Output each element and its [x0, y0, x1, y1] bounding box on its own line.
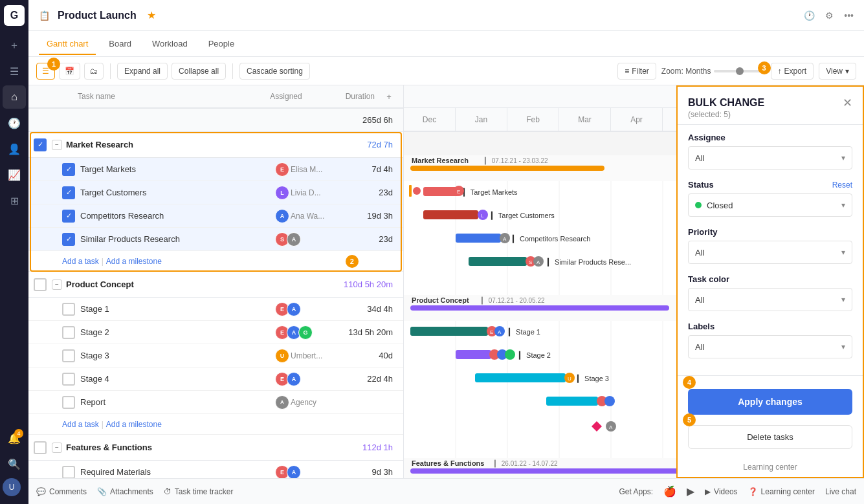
learning-center-item[interactable]: ❓ Learning center — [748, 487, 815, 496]
svg-text:▎ Stage 2: ▎ Stage 2 — [518, 351, 551, 360]
videos-item[interactable]: ▶ Videos — [705, 487, 737, 496]
cascade-sorting-btn[interactable]: Cascade sorting — [239, 63, 310, 80]
group-features-functions[interactable]: − Features & Functions 112d 1h — [28, 435, 403, 461]
svg-text:A: A — [498, 329, 502, 335]
avatar-s4b: A — [287, 372, 301, 386]
task-row-stage1[interactable]: Stage 1 E A 34d 4h — [28, 298, 403, 321]
export-btn[interactable]: ↑ Export — [771, 63, 814, 80]
task-row-required-materials[interactable]: Required Materials E A 9d 3h — [28, 461, 403, 478]
videos-label: Videos — [714, 487, 737, 496]
task-row-similar-products[interactable]: ✓ Similar Products Research S A 23d — [28, 228, 403, 251]
status-dot-icon — [695, 202, 702, 208]
task-row-stage3[interactable]: Stage 3 U Umbert... 40d — [28, 344, 403, 367]
more-icon[interactable]: ••• — [844, 10, 854, 21]
tab-people[interactable]: People — [201, 34, 242, 55]
delete-tasks-btn[interactable]: Delete tasks — [688, 425, 852, 449]
add-column-btn[interactable]: + — [380, 92, 398, 102]
settings-icon[interactable]: ⚙ — [825, 10, 834, 21]
filter-btn[interactable]: ≡ Filter — [617, 63, 656, 80]
task-row-competitors[interactable]: ✓ Competitors Research A Ana Wa... 19d 3… — [28, 204, 403, 228]
add-task-product-concept[interactable]: Add a task — [62, 420, 99, 429]
android-icon[interactable]: ▶ — [687, 485, 694, 498]
task-checkbox-stage2[interactable] — [62, 326, 75, 339]
view-mode-hierarchy-btn[interactable]: 🗂 — [84, 63, 104, 80]
svg-text:▎ 07.12.21 - 23.03.22: ▎ 07.12.21 - 23.03.22 — [484, 157, 548, 165]
bulk-task-color-select[interactable]: All ▾ — [688, 288, 852, 311]
apple-icon[interactable]: 🍎 — [663, 485, 676, 498]
add-milestone-market-research[interactable]: Add a milestone — [106, 257, 162, 266]
collapse-all-btn[interactable]: Collapse all — [172, 63, 226, 80]
sidebar-notification-icon[interactable]: 🔔 4 — [3, 426, 26, 450]
group-market-research[interactable]: ✓ − Market Research 72d 7h — [28, 132, 403, 158]
group-checkbox-market-research[interactable]: ✓ — [34, 138, 47, 151]
view-mode-timeline-btn[interactable]: 📅 — [59, 63, 80, 80]
task-checkbox-stage1[interactable] — [62, 303, 75, 316]
sidebar-menu-icon[interactable]: ☰ — [3, 60, 26, 83]
tab-workload[interactable]: Workload — [144, 34, 195, 55]
sidebar-search-icon[interactable]: 🔍 — [3, 452, 26, 476]
task-checkbox-target-customers[interactable]: ✓ — [62, 186, 75, 199]
attachments-icon: 📎 — [97, 487, 107, 496]
toolbar: ☰ 1 📅 🗂 Expand all Collapse all Cascade … — [28, 57, 864, 85]
task-time-item[interactable]: ⏱ Task time tracker — [164, 487, 234, 496]
sidebar-people-icon[interactable]: 👤 — [3, 137, 26, 160]
expand-all-btn[interactable]: Expand all — [117, 63, 168, 80]
star-icon[interactable]: ★ — [147, 9, 156, 21]
bulk-reset-btn[interactable]: Reset — [832, 181, 852, 190]
task-name-req-materials: Required Materials — [80, 467, 275, 477]
app-logo[interactable]: G — [4, 5, 25, 26]
svg-rect-22 — [456, 234, 501, 243]
attachments-item[interactable]: 📎 Attachments — [97, 487, 153, 496]
task-row-stage4[interactable]: Stage 4 E A 22d 4h — [28, 367, 403, 391]
task-checkbox-stage4[interactable] — [62, 373, 75, 386]
group-product-concept[interactable]: − Product Concept 110d 5h 20m — [28, 272, 403, 298]
sidebar-chart-icon[interactable]: 📈 — [3, 163, 26, 186]
tab-gantt-chart[interactable]: Gantt chart — [39, 34, 96, 55]
bulk-field-labels: Labels All ▾ — [688, 322, 852, 358]
sidebar-clock-icon[interactable]: 🕐 — [3, 111, 26, 135]
sidebar-home-icon[interactable]: ⌂ — [3, 85, 26, 109]
group-duration-market-research: 72d 7h — [333, 140, 398, 149]
task-row-stage2[interactable]: Stage 2 E A G 13d 5h 20m — [28, 321, 403, 344]
task-checkbox-report[interactable] — [62, 396, 75, 409]
avatar-rm2: A — [287, 465, 301, 479]
sidebar-add-icon[interactable]: ＋ — [3, 34, 26, 57]
svg-text:▎ Stage 1: ▎ Stage 1 — [508, 327, 540, 336]
add-row-product-concept: Add a task | Add a milestone — [28, 414, 403, 435]
task-row-target-markets[interactable]: ✓ Target Markets E Elisa M... 7d 4h — [28, 158, 403, 181]
comments-item[interactable]: 💬 Comments — [36, 487, 87, 496]
task-row-target-customers[interactable]: ✓ Target Customers L Livia D... 23d — [28, 181, 403, 204]
bulk-close-btn[interactable]: ✕ — [843, 97, 852, 109]
group-checkbox-product-concept[interactable] — [34, 278, 47, 291]
add-task-market-research[interactable]: Add a task — [62, 257, 99, 266]
col-duration: Duration — [315, 92, 380, 101]
sidebar-grid-icon[interactable]: ⊞ — [3, 189, 26, 212]
tab-board[interactable]: Board — [101, 34, 139, 55]
view-btn[interactable]: View ▾ — [819, 63, 856, 80]
svg-point-13 — [413, 187, 421, 195]
task-checkbox-target-markets[interactable]: ✓ — [62, 163, 75, 176]
svg-text:▎ Stage 3: ▎ Stage 3 — [577, 374, 609, 383]
apply-changes-btn[interactable]: Apply changes — [688, 389, 852, 415]
task-checkbox-competitors[interactable]: ✓ — [62, 210, 75, 223]
bulk-status-select[interactable]: Closed ▾ — [688, 193, 852, 217]
task-checkbox-stage3[interactable] — [62, 349, 75, 362]
task-checkbox-req-materials[interactable] — [62, 466, 75, 479]
group-checkbox-features[interactable] — [34, 441, 47, 454]
add-milestone-product-concept[interactable]: Add a milestone — [106, 420, 162, 429]
navigation-tabs: Gantt chart Board Workload People — [28, 31, 864, 57]
svg-text:▎ Similar Products Rese...: ▎ Similar Products Rese... — [547, 257, 631, 267]
task-row-report[interactable]: Report A Agency — [28, 391, 403, 414]
group-expand-features[interactable]: − — [52, 443, 62, 453]
learning-center-link[interactable]: Learning center — [743, 463, 797, 472]
bulk-labels-select[interactable]: All ▾ — [688, 335, 852, 358]
bulk-labels-label: Labels — [688, 322, 852, 331]
bulk-priority-select[interactable]: All ▾ — [688, 241, 852, 264]
history-icon[interactable]: 🕐 — [804, 10, 815, 21]
live-chat-item[interactable]: Live chat — [825, 487, 856, 496]
task-checkbox-similar-products[interactable]: ✓ — [62, 233, 75, 246]
group-expand-market-research[interactable]: − — [52, 140, 62, 150]
group-expand-product-concept[interactable]: − — [52, 279, 62, 290]
bulk-assignee-select[interactable]: All ▾ — [688, 146, 852, 170]
sidebar-avatar[interactable]: U — [3, 478, 21, 496]
